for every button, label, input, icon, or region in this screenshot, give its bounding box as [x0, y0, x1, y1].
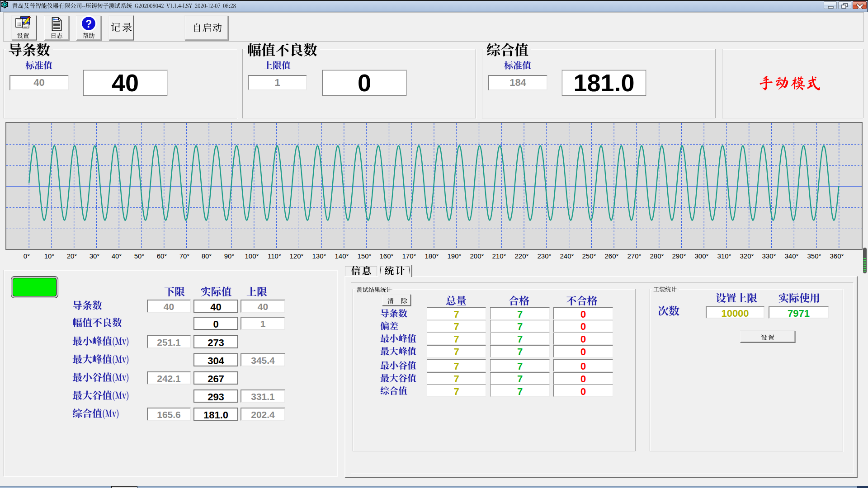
svg-text:?: ? [85, 18, 92, 30]
